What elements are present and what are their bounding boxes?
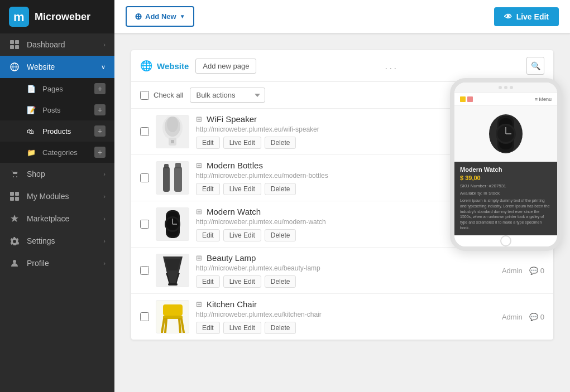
product-checkbox-5[interactable] <box>140 312 149 321</box>
phone-dot-2 <box>504 86 507 89</box>
delete-btn-3[interactable]: Delete <box>265 229 296 241</box>
sidebar-logo: m Microweber <box>0 0 114 33</box>
delete-btn-4[interactable]: Delete <box>265 275 296 288</box>
sidebar-item-website[interactable]: Website ∨ <box>0 56 114 78</box>
live-edit-btn-4[interactable]: Live Edit <box>223 275 261 288</box>
edit-btn-5[interactable]: Edit <box>196 322 220 334</box>
sidebar-item-dashboard[interactable]: Dashboard › <box>0 33 114 56</box>
products-add-button[interactable]: + <box>94 125 106 137</box>
edit-btn-3[interactable]: Edit <box>196 229 220 241</box>
phone-product-image <box>454 106 557 162</box>
svg-line-42 <box>181 319 184 332</box>
product-name-4: Beauty Lamp <box>207 253 256 263</box>
product-checkbox-2[interactable] <box>140 173 149 182</box>
edit-btn-4[interactable]: Edit <box>196 275 220 288</box>
pages-icon: 📄 <box>27 85 37 93</box>
panel-header: 🌐 Website Add new page ... 🔍 <box>131 50 553 82</box>
product-actions-5: Edit Live Edit Delete <box>196 322 495 334</box>
check-all-label[interactable]: Check all <box>140 91 183 100</box>
content-area: 🌐 Website Add new page ... 🔍 Check all B… <box>114 33 570 392</box>
live-edit-btn-1[interactable]: Live Edit <box>223 137 261 149</box>
product-row: ⊞ Kitchen Chair http://microweber.plumte… <box>131 294 553 340</box>
svg-rect-14 <box>15 197 19 201</box>
svg-point-10 <box>16 176 17 177</box>
shop-label: Shop <box>27 170 103 178</box>
product-name-5: Kitchen Chair <box>207 299 257 309</box>
eye-icon: 👁 <box>504 12 512 21</box>
phone-product-detail: Modern Watch $ 39,00 SKU Number: #207531… <box>454 162 557 235</box>
categories-icon: 📁 <box>27 148 37 157</box>
categories-add-button[interactable]: + <box>94 147 106 158</box>
phone-watch-svg <box>483 112 528 156</box>
product-author-5: Admin <box>502 313 523 321</box>
product-author-4: Admin <box>502 267 523 275</box>
phone-home-button[interactable] <box>500 235 511 246</box>
bulk-actions-select[interactable]: Bulk actions Delete selected Publish sel… <box>190 88 265 103</box>
sidebar-item-pages[interactable]: 📄 Pages + <box>0 78 114 99</box>
sidebar-item-modules[interactable]: My Modules › <box>0 185 114 207</box>
delete-btn-1[interactable]: Delete <box>265 137 296 149</box>
search-icon: 🔍 <box>531 61 540 70</box>
delete-btn-5[interactable]: Delete <box>265 322 296 334</box>
comment-num-5: 0 <box>540 313 544 321</box>
modules-arrow: › <box>103 193 106 200</box>
product-page-icon-1: ⊞ <box>196 115 202 123</box>
live-edit-button[interactable]: 👁 Live Edit <box>494 7 559 26</box>
shop-arrow: › <box>103 171 106 177</box>
modules-icon <box>9 192 20 201</box>
delete-btn-2[interactable]: Delete <box>265 183 296 195</box>
posts-label: Posts <box>42 106 94 114</box>
product-checkbox-3[interactable] <box>140 220 149 229</box>
phone-menu-icon: ≡ Menu <box>535 96 552 102</box>
website-icon <box>9 62 20 71</box>
comment-count-4: 💬 0 <box>529 267 544 275</box>
panel-dots: ... <box>263 60 520 72</box>
search-button[interactable]: 🔍 <box>526 57 544 75</box>
phone-top-bar <box>454 83 557 93</box>
shop-icon <box>9 170 20 178</box>
product-checkbox-4[interactable] <box>140 266 149 275</box>
edit-btn-2[interactable]: Edit <box>196 183 220 195</box>
dashboard-arrow: › <box>103 41 106 48</box>
dashboard-icon <box>9 40 20 49</box>
product-info-5: ⊞ Kitchen Chair http://microweber.plumte… <box>196 299 495 334</box>
add-new-label: Add New <box>145 12 176 21</box>
sidebar-item-categories[interactable]: 📁 Categories + <box>0 142 114 163</box>
sidebar-item-products[interactable]: 🛍 Products + <box>0 120 114 142</box>
modules-label: My Modules <box>27 192 103 201</box>
product-checkbox-1[interactable] <box>140 127 149 136</box>
add-new-button[interactable]: ⊕ Add New ▼ <box>126 6 194 27</box>
product-name-row-5: ⊞ Kitchen Chair <box>196 299 495 309</box>
product-row: ⊞ Beauty Lamp http://microweber.plumtex.… <box>131 248 553 294</box>
svg-rect-26 <box>175 167 181 168</box>
svg-rect-38 <box>168 283 178 285</box>
live-edit-btn-5[interactable]: Live Edit <box>223 322 261 334</box>
check-all-checkbox[interactable] <box>140 91 149 100</box>
product-name-2: Modern Bottles <box>207 161 263 170</box>
sidebar-item-marketplace[interactable]: Marketplace › <box>0 207 114 230</box>
edit-btn-1[interactable]: Edit <box>196 137 220 149</box>
products-icon: 🛍 <box>27 127 37 135</box>
plus-icon: ⊕ <box>135 11 142 22</box>
website-tab[interactable]: 🌐 Website <box>140 60 189 72</box>
live-edit-btn-2[interactable]: Live Edit <box>223 183 261 195</box>
sidebar-item-shop[interactable]: Shop › <box>0 163 114 185</box>
svg-rect-13 <box>10 197 14 201</box>
add-page-button[interactable]: Add new page <box>195 59 256 74</box>
posts-add-button[interactable]: + <box>94 104 106 115</box>
live-edit-btn-3[interactable]: Live Edit <box>223 229 261 241</box>
svg-rect-20 <box>171 140 174 143</box>
product-meta-4: Admin 💬 0 <box>502 267 544 275</box>
pages-add-button[interactable]: + <box>94 83 106 94</box>
sidebar-item-posts[interactable]: 📝 Posts + <box>0 99 114 120</box>
logo-sq-1 <box>460 96 466 102</box>
main-content: ⊕ Add New ▼ 👁 Live Edit 🌐 Website Add ne… <box>114 0 570 392</box>
dropdown-arrow-icon: ▼ <box>180 13 185 20</box>
sidebar-item-settings[interactable]: Settings › <box>0 230 114 252</box>
svg-point-9 <box>13 176 14 177</box>
logo-text: Microweber <box>35 11 90 23</box>
product-name-row-4: ⊞ Beauty Lamp <box>196 253 495 263</box>
sidebar-item-profile[interactable]: Profile › <box>0 252 114 274</box>
phone-price: $ 39,00 <box>460 175 552 181</box>
svg-rect-39 <box>163 304 183 316</box>
